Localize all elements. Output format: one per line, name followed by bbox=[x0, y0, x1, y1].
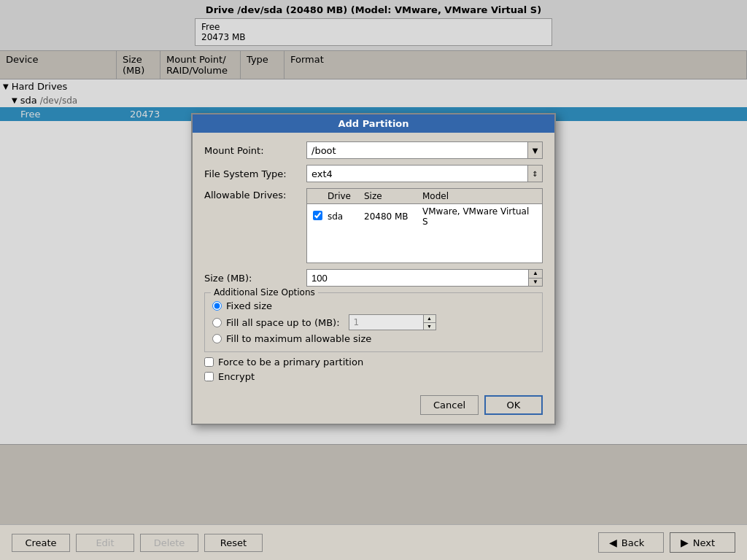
fill-up-row: Fill all space up to (MB): 1 ▲ ▼ bbox=[212, 314, 535, 330]
fill-up-spin: 1 ▲ ▼ bbox=[349, 314, 436, 330]
delete-label: Delete bbox=[154, 537, 185, 548]
back-label: Back bbox=[622, 537, 645, 548]
size-mb-control: ▲ ▼ bbox=[306, 269, 543, 287]
dialog-overlay: Add Partition Mount Point: /boot ▼ File … bbox=[0, 0, 747, 560]
fs-type-arrow[interactable]: ⇕ bbox=[527, 166, 542, 182]
drives-table-header: Drive Size Model bbox=[307, 189, 542, 204]
drives-col-model: Model bbox=[419, 190, 539, 202]
drives-col-size: Size bbox=[361, 190, 419, 202]
reset-label: Reset bbox=[220, 537, 247, 548]
mount-point-label: Mount Point: bbox=[204, 145, 306, 156]
bottom-toolbar: Create Edit Delete Reset ◀ Back ▶ Next bbox=[0, 524, 747, 560]
fs-type-value: ext4 bbox=[307, 167, 527, 181]
drives-table-row[interactable]: sda 20480 MB VMware, VMware Virtual S bbox=[307, 204, 542, 229]
allowable-drives-label: Allowable Drives: bbox=[204, 188, 306, 263]
nav-buttons: ◀ Back ▶ Next bbox=[598, 532, 735, 553]
dialog-titlebar: Add Partition bbox=[193, 114, 554, 133]
drives-row-checkbox[interactable] bbox=[313, 211, 322, 220]
fill-max-label: Fill to maximum allowable size bbox=[226, 333, 371, 344]
fill-max-row: Fill to maximum allowable size bbox=[212, 333, 535, 344]
fill-spin-up: ▲ bbox=[424, 315, 436, 323]
next-arrow-icon: ▶ bbox=[681, 537, 689, 548]
add-partition-dialog: Add Partition Mount Point: /boot ▼ File … bbox=[191, 113, 556, 425]
fixed-size-label: Fixed size bbox=[226, 300, 272, 311]
drives-row-check[interactable] bbox=[310, 210, 325, 223]
mount-point-value: /boot bbox=[307, 144, 527, 158]
dialog-content: Mount Point: /boot ▼ File System Type: e… bbox=[193, 133, 554, 424]
drives-col-check bbox=[310, 190, 325, 202]
fill-up-label: Fill all space up to (MB): bbox=[226, 317, 340, 328]
mount-point-row: Mount Point: /boot ▼ bbox=[204, 141, 543, 159]
cancel-button[interactable]: Cancel bbox=[420, 395, 479, 415]
force-primary-label: Force to be a primary partition bbox=[218, 357, 363, 368]
fill-up-radio[interactable] bbox=[212, 318, 222, 327]
back-arrow-icon: ◀ bbox=[609, 537, 617, 548]
action-buttons: Create Edit Delete Reset bbox=[12, 534, 263, 552]
fixed-size-radio[interactable] bbox=[212, 301, 222, 311]
size-spin-down[interactable]: ▼ bbox=[529, 279, 542, 287]
fill-max-radio[interactable] bbox=[212, 334, 222, 343]
dialog-buttons: Cancel OK bbox=[204, 389, 543, 415]
fs-type-combo[interactable]: ext4 ⇕ bbox=[306, 165, 543, 182]
force-primary-checkbox[interactable] bbox=[204, 357, 214, 367]
encrypt-row: Encrypt bbox=[204, 371, 543, 382]
fill-up-value: 1 bbox=[349, 316, 423, 329]
encrypt-label: Encrypt bbox=[218, 371, 255, 382]
fs-type-control: ext4 ⇕ bbox=[306, 165, 543, 182]
fixed-size-row: Fixed size bbox=[212, 300, 535, 311]
create-button[interactable]: Create bbox=[12, 534, 70, 552]
drives-table-body: sda 20480 MB VMware, VMware Virtual S bbox=[307, 204, 542, 262]
size-spin-box[interactable]: ▲ ▼ bbox=[306, 269, 543, 287]
edit-button[interactable]: Edit bbox=[76, 534, 134, 552]
mount-point-arrow[interactable]: ▼ bbox=[527, 142, 542, 158]
delete-button[interactable]: Delete bbox=[140, 534, 198, 552]
fs-type-row: File System Type: ext4 ⇕ bbox=[204, 165, 543, 182]
next-label: Next bbox=[693, 537, 715, 548]
size-mb-label: Size (MB): bbox=[204, 273, 306, 284]
size-options-legend: Additional Size Options bbox=[211, 287, 318, 298]
size-spin-input[interactable] bbox=[307, 271, 528, 285]
drives-col-drive: Drive bbox=[325, 190, 361, 202]
drives-row-size: 20480 MB bbox=[361, 211, 419, 222]
ok-button[interactable]: OK bbox=[484, 395, 543, 415]
mount-point-combo[interactable]: /boot ▼ bbox=[306, 141, 543, 159]
size-spin-up[interactable]: ▲ bbox=[529, 270, 542, 279]
reset-button[interactable]: Reset bbox=[204, 534, 263, 552]
create-label: Create bbox=[25, 537, 56, 548]
size-spin-arrows: ▲ ▼ bbox=[528, 270, 542, 286]
next-button[interactable]: ▶ Next bbox=[670, 532, 735, 553]
encrypt-checkbox[interactable] bbox=[204, 372, 214, 381]
allowable-drives-container: Allowable Drives: Drive Size Model bbox=[204, 188, 543, 263]
back-button[interactable]: ◀ Back bbox=[598, 532, 664, 553]
drives-row-model: VMware, VMware Virtual S bbox=[419, 206, 539, 228]
additional-size-options-group: Additional Size Options Fixed size Fill … bbox=[204, 292, 543, 352]
fill-spin-down: ▼ bbox=[424, 323, 436, 330]
fs-type-label: File System Type: bbox=[204, 168, 306, 179]
mount-point-control: /boot ▼ bbox=[306, 141, 543, 159]
drives-row-drive: sda bbox=[325, 211, 361, 222]
drives-table: Drive Size Model sda 20480 MB VMware, VM… bbox=[306, 188, 543, 263]
fill-spin-arrows: ▲ ▼ bbox=[423, 315, 436, 330]
size-mb-row: Size (MB): ▲ ▼ bbox=[204, 269, 543, 287]
edit-label: Edit bbox=[96, 537, 114, 548]
force-primary-row: Force to be a primary partition bbox=[204, 357, 543, 368]
